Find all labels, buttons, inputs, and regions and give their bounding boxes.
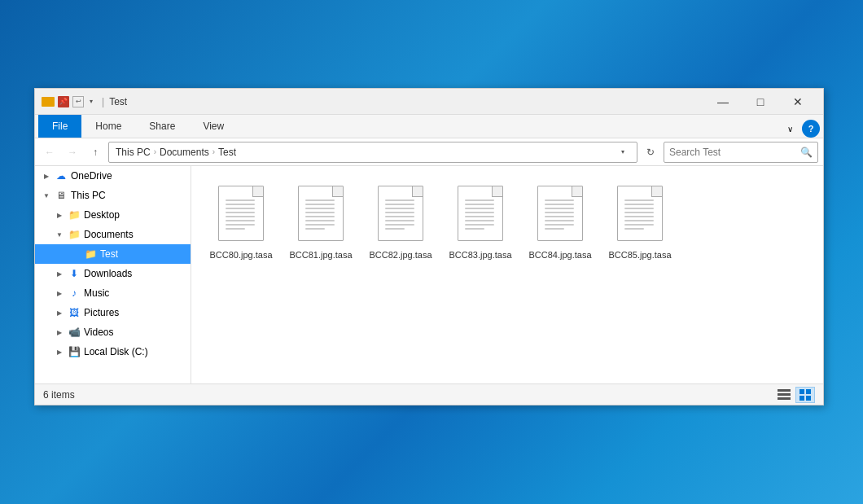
list-item[interactable]: BCC81.jpg.tasa [284, 179, 357, 267]
tab-share[interactable]: Share [135, 115, 189, 138]
svg-rect-0 [778, 389, 791, 392]
minimize-button[interactable]: — [704, 89, 742, 115]
ribbon-collapse-button[interactable]: ∨ [781, 120, 799, 138]
ribbon: File Home Share View ∨ ? [35, 115, 823, 138]
file-icon [295, 186, 347, 244]
explorer-window: 📌 ↩ ▾ | Test — □ ✕ File Home Share View … [34, 88, 824, 405]
sidebar-item-music[interactable]: ▶ ♪ Music [35, 283, 191, 303]
file-name: BCC80.jpg.tasa [209, 249, 272, 261]
breadcrumb-test[interactable]: Test [218, 147, 236, 158]
ribbon-tabs: File Home Share View ∨ ? [35, 115, 823, 138]
svg-rect-4 [806, 389, 811, 394]
tab-view[interactable]: View [189, 115, 238, 138]
file-name: BCC85.jpg.tasa [608, 249, 671, 261]
search-input[interactable] [669, 147, 800, 158]
up-button[interactable]: ↑ [85, 142, 105, 162]
address-bar: ← → ↑ This PC › Documents › Test ▾ ↻ 🔍 [35, 138, 823, 166]
documents-label: Documents [84, 229, 134, 240]
file-icon [534, 186, 586, 244]
expand-arrow-localdisk: ▶ [55, 347, 64, 357]
thispc-icon: 🖥 [55, 189, 68, 202]
view-grid-button[interactable] [795, 387, 815, 403]
desktop-label: Desktop [84, 209, 120, 221]
expand-arrow-onedrive: ▶ [42, 171, 51, 181]
sidebar-item-pictures[interactable]: ▶ 🖼 Pictures [35, 303, 191, 322]
file-icon [614, 186, 666, 244]
window-title: Test [109, 96, 704, 107]
file-icon [375, 186, 427, 244]
videos-label: Videos [84, 327, 113, 338]
folder-icon-title [42, 97, 55, 107]
back-button[interactable]: ← [40, 142, 59, 162]
expand-arrow-documents: ▼ [55, 230, 64, 239]
sidebar-item-localdisk[interactable]: ▶ 💾 Local Disk (C:) [35, 342, 191, 362]
list-item[interactable]: BCC80.jpg.tasa [204, 179, 278, 267]
localdisk-icon: 💾 [68, 345, 81, 358]
localdisk-label: Local Disk (C:) [84, 346, 148, 357]
sidebar-item-desktop[interactable]: ▶ 📁 Desktop [35, 205, 191, 225]
qat-dropdown[interactable]: ▾ [85, 96, 97, 107]
pin-icon: 📌 [58, 96, 69, 107]
main-area: ▶ ☁ OneDrive ▼ 🖥 This PC ▶ 📁 Desktop ▼ 📁… [35, 166, 823, 383]
onedrive-label: OneDrive [71, 170, 112, 182]
thispc-label: This PC [71, 190, 106, 201]
file-name: BCC84.jpg.tasa [528, 249, 591, 261]
tab-home[interactable]: Home [81, 115, 135, 138]
file-icon [454, 186, 506, 244]
videos-icon: 📹 [68, 326, 81, 339]
pictures-label: Pictures [84, 307, 119, 318]
downloads-icon: ⬇ [68, 267, 81, 280]
expand-arrow-videos: ▶ [55, 327, 64, 337]
list-item[interactable]: BCC82.jpg.tasa [364, 179, 437, 267]
address-dropdown-button[interactable]: ▾ [615, 142, 630, 162]
list-item[interactable]: BCC85.jpg.tasa [603, 179, 677, 267]
documents-icon: 📁 [68, 228, 81, 241]
list-item[interactable]: BCC84.jpg.tasa [523, 179, 597, 267]
breadcrumb-sep-2: › [212, 147, 215, 156]
tab-file[interactable]: File [38, 115, 81, 138]
search-icon[interactable]: 🔍 [800, 147, 813, 158]
maximize-button[interactable]: □ [742, 89, 779, 115]
sidebar-item-thispc[interactable]: ▼ 🖥 This PC [35, 186, 191, 205]
breadcrumb-thispc[interactable]: This PC [116, 147, 151, 158]
desktop-icon: 📁 [68, 208, 81, 221]
sidebar-item-test[interactable]: 📁 Test [35, 244, 191, 264]
breadcrumb: This PC › Documents › Test [116, 147, 612, 158]
item-count: 6 items [43, 389, 75, 401]
downloads-label: Downloads [84, 268, 132, 279]
music-icon: ♪ [68, 287, 81, 300]
onedrive-icon: ☁ [55, 169, 68, 182]
sidebar-item-documents[interactable]: ▼ 📁 Documents [35, 225, 191, 244]
sidebar-item-videos[interactable]: ▶ 📹 Videos [35, 322, 191, 342]
ribbon-expand-area: ∨ ? [781, 120, 820, 138]
qat-buttons: ↩ ▾ [72, 96, 97, 107]
content-pane: BCC80.jpg.tasaBCC81.jpg.tasaBCC82.jpg.ta… [191, 166, 823, 383]
sidebar-item-downloads[interactable]: ▶ ⬇ Downloads [35, 264, 191, 283]
forward-button[interactable]: → [63, 142, 82, 162]
qat-undo[interactable]: ↩ [72, 96, 84, 107]
breadcrumb-sep-1: › [154, 147, 156, 156]
list-item[interactable]: BCC83.jpg.tasa [444, 179, 517, 267]
svg-rect-3 [799, 389, 804, 394]
address-field[interactable]: This PC › Documents › Test ▾ [108, 142, 637, 163]
search-box[interactable]: 🔍 [664, 142, 818, 163]
title-separator: | [102, 96, 104, 107]
sidebar-item-onedrive[interactable]: ▶ ☁ OneDrive [35, 166, 191, 186]
file-name: BCC81.jpg.tasa [289, 249, 352, 261]
view-list-button[interactable] [774, 387, 794, 403]
close-button[interactable]: ✕ [779, 89, 817, 115]
test-label: Test [100, 248, 118, 260]
refresh-button[interactable]: ↻ [641, 142, 660, 162]
file-name: BCC82.jpg.tasa [369, 249, 432, 261]
expand-arrow-thispc: ▼ [42, 191, 51, 200]
title-bar: 📌 ↩ ▾ | Test — □ ✕ [35, 89, 823, 115]
window-controls: — □ ✕ [704, 89, 817, 115]
svg-rect-1 [778, 393, 791, 396]
view-controls [774, 387, 815, 403]
expand-arrow-pictures: ▶ [55, 308, 64, 318]
help-button[interactable]: ? [802, 120, 820, 138]
breadcrumb-documents[interactable]: Documents [160, 147, 209, 158]
pictures-icon: 🖼 [68, 306, 81, 319]
title-bar-icons: 📌 ↩ ▾ [42, 96, 97, 107]
expand-arrow-downloads: ▶ [55, 269, 64, 278]
